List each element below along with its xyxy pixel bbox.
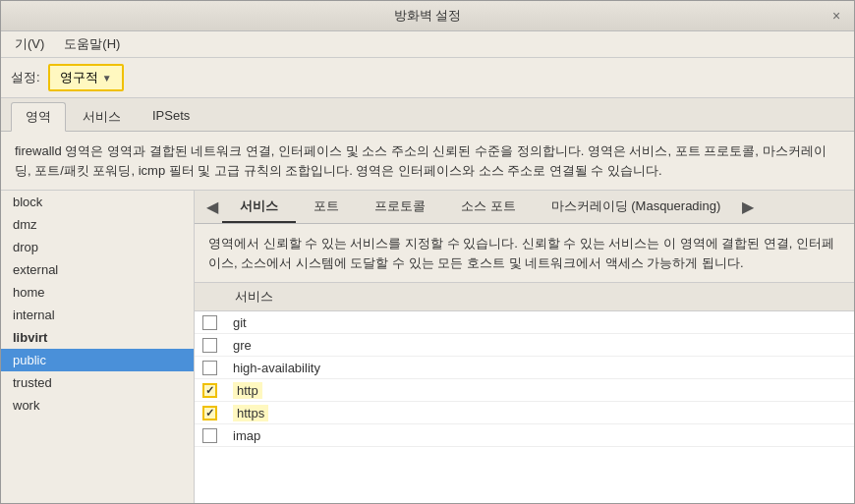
right-panel: ◀ 서비스 포트 프로토콜 소스 포트 마스커레이딩 (Masquerading… <box>195 191 854 503</box>
tab-ipsets[interactable]: IPSets <box>138 102 204 131</box>
subtab-services[interactable]: 서비스 <box>222 192 296 223</box>
subtab-source-ports[interactable]: 소스 포트 <box>443 192 534 223</box>
check-header <box>195 283 225 311</box>
service-name-https: https <box>225 402 854 424</box>
service-name-git: git <box>225 311 854 334</box>
service-checkbox-high-availability[interactable] <box>202 361 217 375</box>
subtabs-bar: ◀ 서비스 포트 프로토콜 소스 포트 마스커레이딩 (Masquerading… <box>195 191 854 224</box>
tab-zones[interactable]: 영역 <box>11 102 66 132</box>
service-checkbox-http[interactable] <box>202 383 217 398</box>
tab-services[interactable]: 서비스 <box>68 102 136 131</box>
tabs-bar: 영역 서비스 IPSets <box>1 98 854 132</box>
subtab-prev-button[interactable]: ◀ <box>202 194 222 220</box>
service-table-container: 서비스 gitgrehigh-availabilityhttphttpsimap <box>195 283 854 503</box>
zone-item-drop[interactable]: drop <box>1 236 194 258</box>
table-row: gre <box>195 334 854 357</box>
main-content: block dmz drop external home internal li… <box>1 191 854 503</box>
menu-bar: 기(V) 도움말(H) <box>1 31 854 58</box>
service-checkbox-git[interactable] <box>202 315 217 330</box>
setting-label: 설정: <box>11 69 40 86</box>
table-row: https <box>195 402 854 424</box>
zone-item-dmz[interactable]: dmz <box>1 213 194 236</box>
zone-item-work[interactable]: work <box>1 394 194 417</box>
main-window: 방화벽 설정 × 기(V) 도움말(H) 설정: 영구적 ▼ 영역 서비스 IP… <box>0 0 855 504</box>
table-row: http <box>195 379 854 402</box>
zone-description: firewalld 영역은 영역과 결합된 네트워크 연결, 인터페이스 및 소… <box>1 132 854 191</box>
dropdown-value: 영구적 <box>60 69 98 86</box>
table-row: imap <box>195 424 854 447</box>
title-bar: 방화벽 설정 × <box>1 1 854 31</box>
toolbar: 설정: 영구적 ▼ <box>1 58 854 98</box>
subtab-ports[interactable]: 포트 <box>296 192 357 223</box>
service-description: 영역에서 신뢰할 수 있는 서비스를 지정할 수 있습니다. 신뢰할 수 있는 … <box>195 224 854 283</box>
zone-item-external[interactable]: external <box>1 258 194 281</box>
menu-view[interactable]: 기(V) <box>9 33 50 55</box>
profile-dropdown[interactable]: 영구적 ▼ <box>48 64 124 91</box>
service-name-imap: imap <box>225 424 854 447</box>
subtab-protocols[interactable]: 프로토콜 <box>357 192 443 223</box>
service-name-high-availability: high-availability <box>225 357 854 379</box>
window-title: 방화벽 설정 <box>27 7 828 25</box>
zone-item-home[interactable]: home <box>1 281 194 304</box>
service-checkbox-imap[interactable] <box>202 428 217 443</box>
service-column-header: 서비스 <box>225 283 854 311</box>
service-name-gre: gre <box>225 334 854 357</box>
zone-item-internal[interactable]: internal <box>1 304 194 326</box>
zone-item-trusted[interactable]: trusted <box>1 371 194 394</box>
zone-item-block[interactable]: block <box>1 191 194 213</box>
table-row: high-availability <box>195 357 854 379</box>
subtab-masquerading[interactable]: 마스커레이딩 (Masquerading) <box>534 192 739 223</box>
dropdown-arrow-icon: ▼ <box>102 73 112 84</box>
close-button[interactable]: × <box>828 8 844 24</box>
service-table: 서비스 gitgrehigh-availabilityhttphttpsimap <box>195 283 854 447</box>
table-row: git <box>195 311 854 334</box>
service-checkbox-gre[interactable] <box>202 338 217 353</box>
menu-help[interactable]: 도움말(H) <box>58 33 126 55</box>
subtab-next-button[interactable]: ▶ <box>738 194 758 220</box>
zone-item-public[interactable]: public <box>1 349 194 371</box>
service-name-http: http <box>225 379 854 402</box>
service-checkbox-https[interactable] <box>202 406 217 420</box>
zone-list: block dmz drop external home internal li… <box>1 191 195 503</box>
zone-item-libvirt[interactable]: libvirt <box>1 326 194 349</box>
